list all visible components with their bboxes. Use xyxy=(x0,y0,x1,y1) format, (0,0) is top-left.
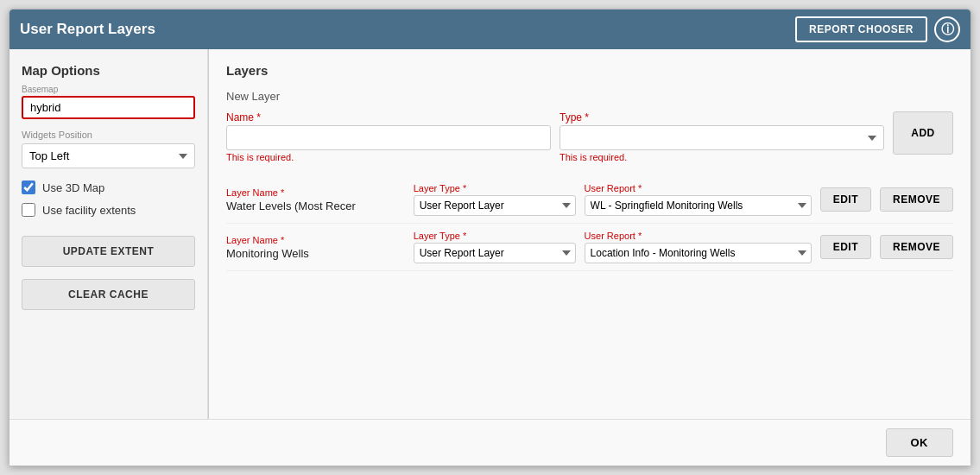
window-title: User Report Layers xyxy=(20,21,155,38)
main-window: User Report Layers REPORT CHOOSER ⓘ Map … xyxy=(9,9,971,466)
basemap-field: Basemap xyxy=(22,85,195,119)
add-button[interactable]: ADD xyxy=(893,111,953,155)
widgets-position-select[interactable]: Top Left Top Right Bottom Left Bottom Ri… xyxy=(22,143,195,168)
footer: OK xyxy=(9,419,971,466)
table-row: Layer Name * Monitoring Wells Layer Type… xyxy=(226,224,953,271)
info-button[interactable]: ⓘ xyxy=(934,16,960,42)
layer-name-value-1: Water Levels (Most Recer xyxy=(226,200,405,212)
name-error: This is required. xyxy=(226,152,551,162)
titlebar: User Report Layers REPORT CHOOSER ⓘ xyxy=(9,10,971,49)
layers-list: Layer Name * Water Levels (Most Recer La… xyxy=(226,176,953,271)
content-area: Layers New Layer Name * This is required… xyxy=(209,49,971,419)
map-options-title: Map Options xyxy=(22,63,195,78)
layer-type-col-2: Layer Type * User Report Layer xyxy=(414,231,576,263)
widgets-position-field: Widgets Position Top Left Top Right Bott… xyxy=(22,130,195,168)
table-row: Layer Name * Water Levels (Most Recer La… xyxy=(226,176,953,224)
type-select[interactable]: User Report Layer xyxy=(560,125,884,150)
layer-type-select-1[interactable]: User Report Layer xyxy=(414,195,576,216)
user-report-label-2: User Report * xyxy=(585,231,812,241)
name-input[interactable] xyxy=(226,125,551,150)
layer-type-label-1: Layer Type * xyxy=(414,183,576,193)
layer-name-label-2: Layer Name * xyxy=(226,235,405,245)
use-facility-extents-row: Use facility extents xyxy=(22,203,195,217)
layer-name-label-1: Layer Name * xyxy=(226,187,405,198)
use-3d-map-checkbox[interactable] xyxy=(22,180,35,194)
layers-section-title: Layers xyxy=(226,63,953,78)
layer-name-value-2: Monitoring Wells xyxy=(226,247,405,260)
layer-name-col-1: Layer Name * Water Levels (Most Recer xyxy=(226,187,405,212)
report-chooser-button[interactable]: REPORT CHOOSER xyxy=(795,16,927,42)
ok-button[interactable]: OK xyxy=(886,428,954,457)
sidebar: Map Options Basemap Widgets Position Top… xyxy=(9,49,208,419)
clear-cache-button[interactable]: CLEAR CACHE xyxy=(22,279,195,310)
user-report-col-1: User Report * WL - Springfield Monitorin… xyxy=(585,183,812,216)
edit-button-2[interactable]: EDIT xyxy=(820,235,871,259)
use-3d-map-label: Use 3D Map xyxy=(42,181,104,194)
type-field-wrapper: Type * User Report Layer This is require… xyxy=(560,111,884,162)
new-layer-section: New Layer Name * This is required. Type … xyxy=(226,90,953,162)
map-options-section: Map Options Basemap Widgets Position Top… xyxy=(22,63,195,217)
remove-button-1[interactable]: REMOVE xyxy=(880,187,953,212)
remove-button-2[interactable]: REMOVE xyxy=(880,235,953,259)
widgets-position-label: Widgets Position xyxy=(22,130,195,140)
type-field-label: Type * xyxy=(560,111,884,124)
name-field-label: Name * xyxy=(226,111,551,124)
layer-name-col-2: Layer Name * Monitoring Wells xyxy=(226,235,405,260)
layer-type-select-2[interactable]: User Report Layer xyxy=(414,243,576,263)
basemap-input[interactable] xyxy=(30,101,187,114)
type-error: This is required. xyxy=(560,152,884,162)
layer-type-col-1: Layer Type * User Report Layer xyxy=(414,183,576,216)
layer-type-label-2: Layer Type * xyxy=(414,231,576,241)
basemap-label: Basemap xyxy=(22,85,195,94)
new-layer-label: New Layer xyxy=(226,90,953,103)
use-3d-map-row: Use 3D Map xyxy=(22,180,195,194)
user-report-select-2[interactable]: Location Info - Monitoring Wells xyxy=(585,243,812,263)
use-facility-extents-checkbox[interactable] xyxy=(22,203,35,217)
user-report-col-2: User Report * Location Info - Monitoring… xyxy=(585,231,812,263)
basemap-input-wrapper xyxy=(22,96,195,119)
user-report-select-1[interactable]: WL - Springfield Monitoring Wells xyxy=(585,195,812,216)
update-extent-button[interactable]: UPDATE EXTENT xyxy=(22,236,195,267)
main-content: Map Options Basemap Widgets Position Top… xyxy=(9,49,971,419)
name-field-wrapper: Name * This is required. xyxy=(226,111,551,162)
titlebar-actions: REPORT CHOOSER ⓘ xyxy=(795,16,960,42)
user-report-label-1: User Report * xyxy=(585,183,812,193)
new-layer-row: Name * This is required. Type * User Rep… xyxy=(226,111,953,162)
edit-button-1[interactable]: EDIT xyxy=(820,187,871,212)
use-facility-extents-label: Use facility extents xyxy=(42,204,136,217)
